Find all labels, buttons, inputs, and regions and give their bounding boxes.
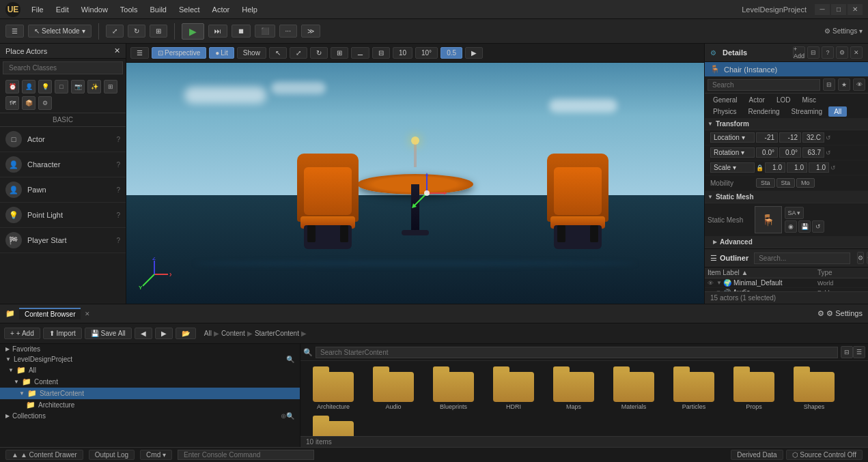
settings-button[interactable]: ⚙ Settings ▾ — [824, 27, 863, 35]
frame-advance-button[interactable]: ⏭ — [208, 25, 227, 38]
folder-architecture[interactable]: 📁 Architecture — [0, 399, 300, 411]
actor-help-pointlight[interactable]: ? — [116, 212, 120, 219]
cb-folder-maps[interactable]: Maps — [546, 366, 601, 410]
outliner-settings-button[interactable]: ⚙ — [857, 252, 864, 264]
translate-tool[interactable]: ⤢ — [290, 47, 307, 59]
rotation-y[interactable] — [779, 147, 801, 158]
transform-section-header[interactable]: ▼ Transform — [705, 118, 868, 130]
viewport-menu-button[interactable]: ☰ — [130, 47, 149, 59]
actor-icon-box[interactable]: 📦 — [22, 96, 36, 110]
cb-saveall-button[interactable]: 💾 Save All — [85, 328, 132, 339]
details-add-button[interactable]: + Add — [793, 46, 805, 59]
cb-folder-particles[interactable]: Particles — [667, 366, 721, 410]
cb-add-button[interactable]: + + Add — [4, 328, 40, 339]
grid-toggle[interactable]: ⊟ — [372, 47, 390, 59]
close-panel-icon[interactable]: ✕ — [114, 46, 120, 55]
project-header[interactable]: ▼ LevelDesignProject 🔍 — [0, 354, 300, 364]
cb-folder-materials[interactable]: Materials — [606, 366, 661, 410]
tab-rendering[interactable]: Rendering — [742, 106, 785, 117]
cmd-button[interactable]: Cmd ▾ — [140, 450, 172, 460]
actor-icon-nav[interactable]: 🗺 — [5, 96, 19, 110]
details-settings-button[interactable]: ⚙ — [836, 46, 848, 59]
select-mode-button[interactable]: ↖ Select Mode ▾ — [28, 25, 92, 38]
content-browser-tab[interactable]: Content Browser — [19, 308, 81, 319]
rotation-z[interactable] — [802, 147, 824, 158]
cb-folder-blueprints[interactable]: Blueprints — [426, 366, 481, 410]
actor-icon-fx[interactable]: ✨ — [87, 80, 101, 93]
breadcrumb-startercontent[interactable]: StarterContent — [255, 330, 299, 337]
outliner-search-input[interactable] — [754, 252, 850, 264]
tab-lod[interactable]: LOD — [771, 95, 796, 105]
mesh-reset-button[interactable]: ↺ — [812, 220, 824, 233]
content-drawer-toggle[interactable]: ☰ — [5, 25, 24, 38]
scale-reset[interactable]: ↺ — [830, 164, 836, 171]
play-button[interactable]: ▶ — [182, 23, 204, 40]
mesh-sa-button[interactable]: SA ▾ — [785, 207, 804, 219]
breadcrumb-all[interactable]: All — [204, 330, 212, 337]
tab-general[interactable]: General — [708, 95, 743, 105]
details-filter-button[interactable]: ⊟ — [823, 78, 835, 91]
mesh-browse-button[interactable]: ◉ — [785, 220, 797, 233]
details-help-button[interactable]: ? — [822, 46, 834, 59]
actor-icon-settings[interactable]: ⚙ — [38, 96, 52, 110]
actor-help-character[interactable]: ? — [116, 161, 120, 169]
menu-window[interactable]: Window — [76, 4, 113, 15]
details-close-button[interactable]: ✕ — [850, 46, 863, 59]
mesh-save-button[interactable]: 💾 — [798, 220, 811, 233]
actor-row-playerstart[interactable]: 🏁 Player Start ? — [0, 228, 126, 253]
snap-rotate-size[interactable]: 10° — [415, 47, 438, 59]
cb-folder-architecture[interactable]: Architecture — [306, 366, 361, 410]
mobility-mo[interactable]: Mo — [796, 178, 815, 188]
scale-tool[interactable]: ⊞ — [331, 47, 348, 59]
content-drawer-button[interactable]: ▲ ▲ Content Drawer — [5, 450, 83, 460]
actor-help-pawn[interactable]: ? — [116, 186, 120, 194]
console-input[interactable] — [178, 450, 314, 460]
location-dropdown[interactable]: Location ▾ — [710, 132, 755, 143]
details-view-button[interactable]: ⊟ — [807, 46, 820, 59]
tab-misc[interactable]: Misc — [796, 95, 822, 105]
minimize-button[interactable]: ─ — [815, 4, 830, 15]
tab-actor[interactable]: Actor — [744, 95, 770, 105]
stop-button[interactable]: ⏹ — [232, 25, 251, 38]
rotate-button[interactable]: ↻ — [128, 25, 145, 38]
grid-size[interactable]: 10 — [393, 47, 412, 59]
snap-scale-size[interactable]: 0.5 — [440, 47, 462, 59]
cb-search-input[interactable] — [316, 347, 838, 358]
collections-add-icon[interactable]: ⊕ — [281, 412, 286, 420]
details-star-button[interactable]: ★ — [838, 78, 850, 91]
menu-actor[interactable]: Actor — [207, 4, 236, 15]
search-classes-input[interactable] — [3, 61, 123, 74]
content-browser-settings-button[interactable]: ⚙ ⚙ Settings — [817, 309, 863, 318]
expand-button[interactable]: ≫ — [301, 25, 320, 38]
scale-dropdown[interactable]: Scale ▾ — [710, 162, 755, 173]
menu-select[interactable]: Select — [173, 4, 206, 15]
tab-all[interactable]: All — [828, 106, 847, 117]
favorites-header[interactable]: ▶ Favorites — [0, 344, 300, 354]
rotate-tool[interactable]: ↻ — [310, 47, 328, 59]
close-button[interactable]: ✕ — [848, 4, 863, 15]
cb-folder-shapes[interactable]: Shapes — [787, 366, 841, 410]
details-eye-button[interactable]: 👁 — [853, 78, 865, 91]
more-button[interactable]: ··· — [279, 25, 297, 38]
folder-content[interactable]: ▼ 📁 Content — [0, 376, 300, 388]
cb-folderdown-button[interactable]: 📂 — [176, 328, 196, 339]
cb-folder-audio[interactable]: Audio — [366, 366, 421, 410]
actor-icon-clock[interactable]: ⏰ — [5, 80, 19, 93]
eye-icon-world[interactable]: 👁 — [708, 280, 714, 287]
cb-folder-textures[interactable]: Textures — [306, 416, 361, 436]
menu-file[interactable]: File — [26, 4, 49, 15]
cb-forward-button[interactable]: ▶ — [155, 328, 173, 339]
cb-tab-close[interactable]: ✕ — [85, 311, 90, 317]
menu-tools[interactable]: Tools — [115, 4, 143, 15]
mobility-sta-1[interactable]: Sta — [756, 178, 775, 188]
scale-z[interactable] — [809, 162, 829, 173]
rotation-dropdown[interactable]: Rotation ▾ — [710, 147, 755, 158]
actor-icon-camera[interactable]: 📷 — [71, 80, 85, 93]
transform-mode[interactable]: ⚊ — [351, 47, 369, 59]
cb-import-button[interactable]: ⬆ Import — [43, 328, 82, 339]
location-reset[interactable]: ↺ — [826, 134, 831, 141]
project-search-icon[interactable]: 🔍 — [286, 356, 294, 363]
location-y[interactable] — [779, 132, 801, 143]
rotation-x[interactable] — [756, 147, 778, 158]
col-label[interactable]: Item Label ▲ — [708, 269, 817, 276]
